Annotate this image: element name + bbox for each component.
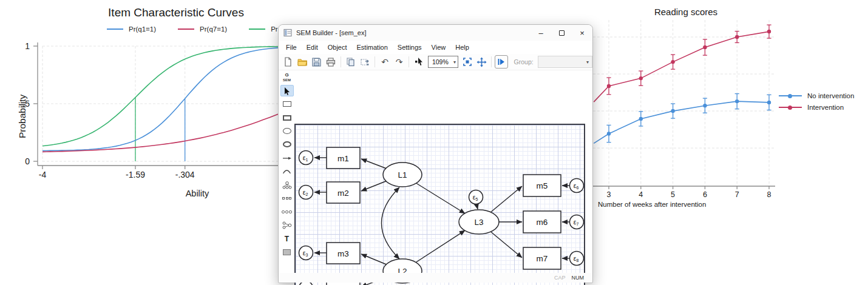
gsem-view-toggle[interactable]: GSEM xyxy=(280,72,294,83)
reading-x-tick-label: 5 xyxy=(671,190,675,199)
chevron-down-icon: ▾ xyxy=(586,59,589,65)
reading-series-Intervention xyxy=(594,25,771,102)
add-regression-component-tool[interactable] xyxy=(280,220,294,231)
new-file-icon xyxy=(283,57,293,67)
add-measurement-component-tool[interactable] xyxy=(280,179,294,191)
data-point xyxy=(767,101,771,104)
caps-lock-indicator: CAP xyxy=(554,275,566,281)
gsem-icon: GSEM xyxy=(283,72,291,82)
add-text-tool[interactable]: T xyxy=(280,233,294,244)
data-point xyxy=(639,76,643,80)
data-point xyxy=(639,117,643,121)
pan-button[interactable] xyxy=(475,55,488,69)
series-line xyxy=(594,32,769,102)
menu-object[interactable]: Object xyxy=(323,42,352,53)
add-observed-set-tool[interactable] xyxy=(280,193,294,204)
reading-legend-label-intervention: Intervention xyxy=(807,104,844,111)
copy-button[interactable] xyxy=(344,55,358,69)
estimate-button[interactable] xyxy=(495,55,508,69)
group-select-combo[interactable]: ▾ xyxy=(538,56,592,68)
num-lock-indicator: NUM xyxy=(572,275,585,281)
close-button[interactable]: × xyxy=(572,25,592,41)
observed-set-icon xyxy=(282,197,291,200)
covariance-L1-L2-cov[interactable] xyxy=(382,187,400,259)
add-covariance-tool[interactable] xyxy=(280,166,294,177)
redo-icon: ↷ xyxy=(396,58,403,66)
open-button[interactable] xyxy=(296,55,310,69)
add-area-tool[interactable] xyxy=(280,246,294,258)
app-icon xyxy=(283,29,292,37)
undo-icon: ↶ xyxy=(381,58,388,66)
add-multilevel-latent-tool[interactable] xyxy=(280,139,294,150)
redo-button[interactable]: ↷ xyxy=(393,55,406,69)
window-title: SEM Builder - [sem_ex] xyxy=(296,29,531,36)
menu-help[interactable]: Help xyxy=(450,42,474,53)
open-folder-icon xyxy=(297,58,308,67)
path-arrow-icon xyxy=(282,156,292,161)
data-point xyxy=(607,84,611,88)
group-label: Group: xyxy=(514,58,534,65)
duplicate-button[interactable] xyxy=(359,55,372,69)
toolbar: ↶ ↷ 109% ▾ xyxy=(279,54,592,70)
observed-label: m7 xyxy=(537,254,548,263)
save-icon xyxy=(312,58,321,67)
regression-component-icon xyxy=(282,221,292,229)
area-tool-icon xyxy=(283,249,291,255)
add-observed-tool[interactable] xyxy=(280,98,294,110)
undo-button[interactable]: ↶ xyxy=(378,55,392,69)
diagram-canvas[interactable]: L1L2L3m1m2m3m4m5m6m7ε1ε2ε3ε4ε5ε6ε7ε8 xyxy=(294,124,585,285)
screenshot-stage: Item Characteristic Curves Pr(q1=1) Pr(q… xyxy=(0,0,868,285)
add-latent-set-tool[interactable] xyxy=(280,206,294,218)
window-titlebar[interactable]: SEM Builder - [sem_ex] – × xyxy=(279,25,592,41)
menu-edit[interactable]: Edit xyxy=(302,42,323,53)
menu-estimation[interactable]: Estimation xyxy=(352,42,393,53)
observed-label: m2 xyxy=(337,189,349,198)
icc-curve-Pr(q1=1) xyxy=(42,47,313,151)
fit-in-window-button[interactable] xyxy=(461,55,474,69)
print-button[interactable] xyxy=(325,55,338,69)
observed-label: m6 xyxy=(537,218,548,227)
copy-icon xyxy=(346,57,355,67)
select-tool[interactable] xyxy=(280,85,294,96)
path-arrow-e5-L3[interactable] xyxy=(476,204,478,209)
sem-builder-window: SEM Builder - [sem_ex] – × File Edit Obj… xyxy=(278,24,593,283)
add-generalized-response-tool[interactable] xyxy=(280,112,294,124)
reading-x-tick-label: 8 xyxy=(767,190,771,199)
observed-label: m5 xyxy=(537,181,548,190)
icc-y-tick-label: 0 xyxy=(25,156,30,166)
maximize-button[interactable] xyxy=(551,25,572,41)
bold-ellipse-icon xyxy=(283,141,291,147)
tool-palette: GSEM xyxy=(279,70,294,258)
latent-label: L3 xyxy=(474,218,483,227)
menu-bar: File Edit Object Estimation Settings Vie… xyxy=(279,41,592,54)
menu-view[interactable]: View xyxy=(427,42,451,53)
select-pointer-button[interactable] xyxy=(412,55,426,69)
zoom-level-value: 109% xyxy=(432,58,452,65)
new-file-button[interactable] xyxy=(282,55,295,69)
zoom-level-combo[interactable]: 109% ▾ xyxy=(428,56,458,68)
minimize-button[interactable]: – xyxy=(531,25,551,41)
save-button[interactable] xyxy=(310,55,324,69)
observed-label: m1 xyxy=(337,154,349,163)
data-point xyxy=(703,104,707,107)
builder-body: GSEM xyxy=(279,70,592,272)
icc-x-tick-label: -1.59 xyxy=(126,170,145,179)
data-point xyxy=(703,45,707,49)
menu-file[interactable]: File xyxy=(281,42,302,53)
reading-legend-swatch-intervention xyxy=(779,107,802,108)
data-point xyxy=(735,99,739,103)
menu-settings[interactable]: Settings xyxy=(393,42,427,53)
legend-dot xyxy=(788,106,792,110)
latent-label: L1 xyxy=(398,170,407,179)
add-path-tool[interactable] xyxy=(280,152,294,164)
pan-icon xyxy=(476,57,487,67)
add-latent-tool[interactable] xyxy=(280,126,294,137)
observed-label: m3 xyxy=(337,249,349,258)
icc-y-tick-label: 1 xyxy=(25,41,30,51)
covariance-arc-icon xyxy=(282,169,291,174)
toolbar-separator xyxy=(491,56,492,67)
duplicate-icon xyxy=(360,58,370,67)
reading-legend-label-no-intervention: No intervention xyxy=(807,92,854,99)
ellipse-icon xyxy=(283,128,291,134)
measurement-component-icon xyxy=(282,181,292,189)
